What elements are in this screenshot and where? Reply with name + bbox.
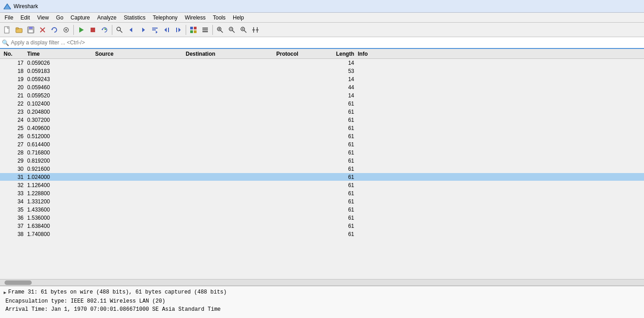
filter-bar: 🔍 bbox=[0, 37, 644, 49]
titlebar: Wireshark bbox=[0, 0, 644, 13]
autoscroll-icon[interactable] bbox=[200, 24, 211, 35]
table-row[interactable]: 25 0.409600 61 bbox=[0, 124, 644, 132]
menu-item-file[interactable]: File bbox=[1, 13, 17, 23]
table-row[interactable]: 29 0.819200 61 bbox=[0, 157, 644, 165]
table-row[interactable]: 28 0.716800 61 bbox=[0, 149, 644, 157]
save-file-icon[interactable] bbox=[25, 24, 36, 35]
cell-no: 30 bbox=[0, 166, 27, 172]
cell-time: 0.716800 bbox=[27, 149, 95, 156]
options-icon[interactable] bbox=[61, 24, 72, 35]
svg-marker-11 bbox=[51, 29, 53, 30]
table-row[interactable]: 23 0.204800 61 bbox=[0, 108, 644, 116]
filter-input[interactable] bbox=[11, 39, 642, 46]
table-row[interactable]: 32 1.126400 61 bbox=[0, 181, 644, 189]
zoom-in-icon[interactable] bbox=[215, 24, 226, 35]
detail-item[interactable]: ▶Frame 31: 61 bytes on wire (488 bits), … bbox=[4, 288, 640, 297]
menu-item-help[interactable]: Help bbox=[229, 13, 248, 23]
find-packet-icon[interactable] bbox=[114, 24, 125, 35]
cell-no: 22 bbox=[0, 101, 27, 107]
svg-rect-29 bbox=[190, 27, 193, 29]
table-row[interactable]: 24 0.307200 61 bbox=[0, 116, 644, 124]
restart-capture-icon[interactable] bbox=[99, 24, 110, 35]
colorize-icon[interactable] bbox=[188, 24, 199, 35]
cell-len: 61 bbox=[322, 198, 358, 205]
go-forward-icon[interactable] bbox=[138, 24, 149, 35]
toolbar bbox=[0, 23, 644, 37]
detail-text: Arrival Time: Jan 1, 1970 07:00:01.08667… bbox=[5, 305, 221, 313]
cell-time: 1.024000 bbox=[27, 174, 95, 180]
stop-capture-icon[interactable] bbox=[87, 24, 98, 35]
col-header-proto: Protocol bbox=[276, 51, 322, 57]
expand-icon[interactable]: ▶ bbox=[4, 289, 6, 297]
menu-item-wireless[interactable]: Wireless bbox=[181, 13, 209, 23]
cell-len: 14 bbox=[322, 60, 358, 66]
svg-rect-32 bbox=[194, 30, 197, 33]
svg-line-44 bbox=[244, 30, 246, 33]
menu-item-edit[interactable]: Edit bbox=[17, 13, 34, 23]
table-row[interactable]: 21 0.059520 14 bbox=[0, 92, 644, 100]
scrollbar-thumb[interactable] bbox=[5, 280, 32, 285]
cell-len: 61 bbox=[322, 109, 358, 115]
first-packet-icon[interactable] bbox=[161, 24, 172, 35]
cell-no: 24 bbox=[0, 117, 27, 123]
horizontal-scrollbar[interactable] bbox=[0, 279, 644, 285]
menu-item-go[interactable]: Go bbox=[53, 13, 67, 23]
table-row[interactable]: 20 0.059460 44 bbox=[0, 83, 644, 92]
go-to-packet-icon[interactable] bbox=[149, 24, 160, 35]
table-row[interactable]: 37 1.638400 61 bbox=[0, 222, 644, 230]
menu-item-statistics[interactable]: Statistics bbox=[120, 13, 149, 23]
svg-point-18 bbox=[117, 27, 120, 31]
cell-time: 0.059520 bbox=[27, 92, 95, 99]
table-row[interactable]: 33 1.228800 61 bbox=[0, 189, 644, 198]
table-row[interactable]: 17 0.059026 14 bbox=[0, 59, 644, 67]
toolbar-sep-2 bbox=[112, 25, 112, 35]
menu-item-telephony[interactable]: Telephony bbox=[149, 13, 181, 23]
table-row[interactable]: 18 0.059183 53 bbox=[0, 67, 644, 75]
table-row[interactable]: 27 0.614400 61 bbox=[0, 140, 644, 149]
app-icon bbox=[4, 3, 11, 10]
resize-columns-icon[interactable] bbox=[250, 24, 261, 35]
cell-no: 27 bbox=[0, 141, 27, 148]
menu-item-capture[interactable]: Capture bbox=[67, 13, 94, 23]
menu-item-view[interactable]: View bbox=[34, 13, 53, 23]
table-row[interactable]: 38 1.740800 61 bbox=[0, 230, 644, 238]
zoom-out-icon[interactable] bbox=[226, 24, 237, 35]
cell-time: 0.059460 bbox=[27, 84, 95, 91]
cell-time: 0.512000 bbox=[27, 133, 95, 140]
table-row[interactable]: 30 0.921600 61 bbox=[0, 165, 644, 173]
svg-rect-5 bbox=[16, 28, 19, 29]
cell-no: 17 bbox=[0, 60, 27, 66]
reload-icon[interactable] bbox=[49, 24, 60, 35]
cell-len: 61 bbox=[322, 158, 358, 164]
new-file-icon[interactable] bbox=[2, 24, 13, 35]
start-capture-icon[interactable] bbox=[76, 24, 87, 35]
go-back-icon[interactable] bbox=[126, 24, 137, 35]
cell-no: 20 bbox=[0, 84, 27, 91]
open-file-icon[interactable] bbox=[14, 24, 24, 35]
col-header-no: No. bbox=[0, 51, 27, 57]
table-row[interactable]: 22 0.102400 61 bbox=[0, 100, 644, 108]
toolbar-sep-4 bbox=[212, 25, 213, 35]
zoom-normal-icon[interactable] bbox=[238, 24, 249, 35]
svg-marker-24 bbox=[156, 31, 158, 34]
table-row[interactable]: 26 0.512000 61 bbox=[0, 132, 644, 140]
col-header-info: Info bbox=[358, 51, 644, 57]
detail-pane: ▶Frame 31: 61 bytes on wire (488 bits), … bbox=[0, 285, 644, 318]
svg-marker-21 bbox=[142, 28, 145, 32]
svg-rect-35 bbox=[202, 31, 208, 32]
svg-marker-14 bbox=[79, 27, 84, 33]
cell-no: 38 bbox=[0, 231, 27, 237]
table-row[interactable]: 34 1.331200 61 bbox=[0, 198, 644, 206]
packet-list-container: No. Time Source Destination Protocol Len… bbox=[0, 49, 644, 279]
close-file-icon[interactable] bbox=[37, 24, 48, 35]
menu-item-analyze[interactable]: Analyze bbox=[94, 13, 120, 23]
menu-item-tools[interactable]: Tools bbox=[209, 13, 229, 23]
table-row[interactable]: 19 0.059243 14 bbox=[0, 75, 644, 83]
table-row[interactable]: 36 1.536000 61 bbox=[0, 214, 644, 222]
cell-len: 61 bbox=[322, 190, 358, 197]
detail-item: Arrival Time: Jan 1, 1970 07:00:01.08667… bbox=[4, 305, 640, 313]
table-row[interactable]: 35 1.433600 61 bbox=[0, 206, 644, 214]
last-packet-icon[interactable] bbox=[173, 24, 184, 35]
svg-rect-8 bbox=[29, 30, 33, 33]
table-row[interactable]: 31 1.024000 61 bbox=[0, 173, 644, 181]
